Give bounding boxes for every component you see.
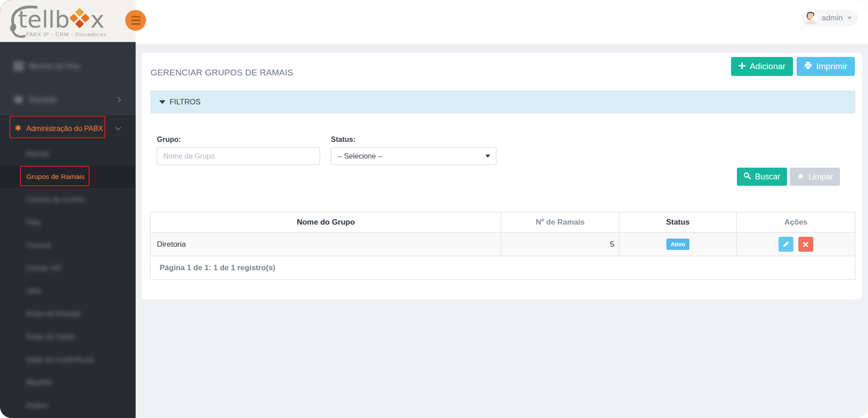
- logo-area: tellb x PABX IP - CRM - Discadores: [0, 0, 136, 42]
- content-card: GERENCIAR GRUPOS DE RAMAIS Adicionar Imp…: [142, 53, 862, 299]
- search-button[interactable]: Buscar: [737, 168, 787, 186]
- chevron-down-icon: [115, 125, 121, 131]
- logo-subtitle: PABX IP - CRM - Discadores: [26, 32, 107, 37]
- sidebar-item-label: URA: [26, 287, 41, 295]
- sidebar-section-admin-pabx: Administração do PABX Ramais Grupos de R…: [0, 114, 136, 418]
- menu-toggle-button[interactable]: [125, 10, 146, 31]
- caret-down-icon: [159, 100, 165, 104]
- pagination-info: Página 1 de 1: 1 de 1 registro(s): [151, 256, 855, 280]
- tellbox-logo: tellb x PABX IP - CRM - Discadores: [0, 0, 136, 42]
- sidebar-item-centros-de-custos[interactable]: Centros de Custos: [0, 188, 136, 211]
- sidebar-item-administracao-pabx[interactable]: Administração do PABX: [0, 114, 136, 142]
- sidebar-item-label: Centros de Custos: [26, 195, 84, 203]
- plus-icon: [739, 61, 745, 71]
- sidebar-item-discador[interactable]: ☎ Discador: [0, 85, 136, 114]
- clear-button[interactable]: Limpar: [790, 168, 840, 186]
- sidebar-item-contas-sip[interactable]: Contas SIP: [0, 257, 136, 280]
- top-bar: admin: [136, 0, 868, 44]
- sidebar-item-label: Contas SIP: [26, 264, 61, 272]
- user-avatar: [804, 10, 817, 26]
- sidebar-item-troncos[interactable]: Troncos: [0, 234, 136, 257]
- column-header-status: Status: [619, 212, 736, 233]
- group-field-label: Grupo:: [157, 136, 181, 144]
- sidebar-item-ura[interactable]: URA: [0, 280, 136, 303]
- sidebar: tellb x PABX IP - CRM - Discadores: [0, 0, 136, 418]
- group-name-input[interactable]: [157, 147, 320, 165]
- sidebar-item-label: Troncos: [26, 241, 51, 249]
- print-button[interactable]: Imprimir: [797, 57, 855, 76]
- table-footer-row: Página 1 de 1: 1 de 1 registro(s): [151, 256, 855, 280]
- column-header-n-de-ramais: Nº de Ramais: [501, 212, 619, 233]
- printer-icon: [804, 61, 812, 71]
- search-icon: [744, 172, 751, 182]
- sidebar-item-rotas-de-entrada[interactable]: Rotas de Entrada: [0, 302, 136, 325]
- sidebar-item-label: Ramais: [26, 150, 50, 158]
- sidebar-item-label: Monitor de Filas: [29, 62, 80, 70]
- pencil-icon: [783, 241, 789, 248]
- select-arrow-icon: [486, 155, 490, 158]
- cell-extensions-count: 5: [501, 233, 619, 256]
- cell-group-name: Diretoria: [151, 233, 501, 256]
- eraser-icon: [797, 172, 804, 182]
- sidebar-item-label: Administração do PABX: [26, 125, 103, 133]
- cell-status: Ativo: [619, 233, 736, 256]
- app-window: admin tellb x PABX IP - CRM - Discadores: [0, 0, 868, 418]
- logo-diamond-icon: [69, 8, 90, 28]
- user-name: admin: [822, 14, 843, 23]
- groups-table: Nome do Grupo Nº de Ramais Status Ações …: [150, 212, 855, 280]
- print-button-label: Imprimir: [816, 61, 847, 71]
- sidebar-item-monitor-filas[interactable]: Monitor de Filas: [0, 47, 136, 85]
- asterisk-icon: [14, 124, 22, 133]
- sidebar-item-grupos-de-ramais[interactable]: Grupos de Ramais: [0, 165, 136, 188]
- sidebar-item-label: Salas de Conferência: [26, 356, 93, 364]
- add-button[interactable]: Adicionar: [731, 57, 793, 76]
- delete-button[interactable]: [798, 237, 813, 252]
- page-title: GERENCIAR GRUPOS DE RAMAIS: [151, 68, 293, 78]
- sidebar-item-salas-de-conferencia[interactable]: Salas de Conferência: [0, 348, 136, 371]
- sidebar-item-label: Filas: [26, 218, 41, 226]
- sidebar-item-label: Grupos de Ramais: [26, 173, 85, 181]
- sidebar-item-ramais[interactable]: Ramais: [0, 142, 136, 165]
- sidebar-item-filas[interactable]: Filas: [0, 211, 136, 234]
- sidebar-item-label: Blacklist: [26, 378, 52, 386]
- logo-text-main: tellb: [18, 6, 70, 33]
- column-header-nome-do-grupo: Nome do Grupo: [151, 212, 501, 233]
- sidebar-item-blacklist[interactable]: Blacklist: [0, 371, 136, 394]
- filters-panel-header[interactable]: FILTROS: [150, 90, 855, 113]
- filters-title: FILTROS: [170, 98, 200, 106]
- x-icon: [803, 242, 808, 247]
- status-field-label: Status:: [331, 136, 355, 144]
- phone-icon: ☎: [14, 95, 24, 105]
- status-badge: Ativo: [666, 239, 689, 250]
- chevron-down-icon: [847, 17, 852, 19]
- chevron-right-icon: [115, 97, 121, 103]
- status-select[interactable]: -- Selecione --: [331, 147, 496, 165]
- edit-button[interactable]: [778, 237, 793, 252]
- cell-actions: [737, 233, 855, 256]
- table-header-row: Nome do Grupo Nº de Ramais Status Ações: [151, 212, 855, 233]
- grid-icon: [14, 62, 24, 70]
- sidebar-item-rotas-de-saida[interactable]: Rotas de Saída: [0, 325, 136, 348]
- sidebar-item-label: Rotas de Entrada: [26, 310, 81, 318]
- search-button-label: Buscar: [755, 172, 780, 182]
- clear-button-label: Limpar: [808, 172, 833, 182]
- column-header-acoes: Ações: [737, 212, 855, 233]
- sidebar-item-audios[interactable]: Áudios: [0, 394, 136, 417]
- sidebar-item-label: Áudios: [26, 401, 47, 409]
- sidebar-item-label: Rotas de Saída: [26, 333, 75, 341]
- logo-text-x: x: [90, 6, 104, 33]
- status-select-value: -- Selecione --: [337, 152, 382, 160]
- table-row: Diretoria 5 Ativo: [151, 233, 855, 256]
- user-menu[interactable]: admin: [802, 10, 858, 26]
- add-button-label: Adicionar: [750, 61, 785, 71]
- sidebar-item-label: Discador: [29, 96, 57, 104]
